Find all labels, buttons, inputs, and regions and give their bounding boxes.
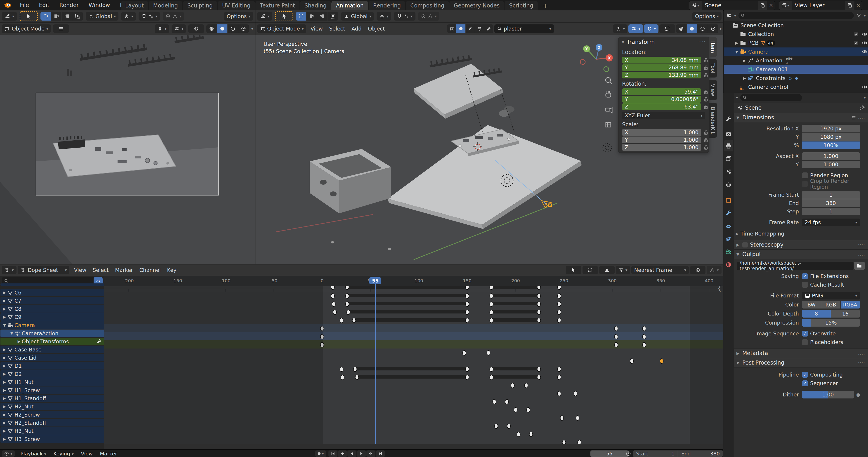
keyframe[interactable] [514, 407, 518, 413]
gizmos-dropdown[interactable]: ▾ [155, 24, 169, 33]
channel-row-object-transforms[interactable]: ▶Object Transforms [0, 338, 119, 345]
expander-icon[interactable]: ▶ [741, 58, 747, 63]
keyframe[interactable] [517, 432, 520, 437]
channel-row-d2[interactable]: ▶D2 [0, 370, 105, 378]
shading-rendered[interactable] [238, 24, 249, 33]
channel-row-h1-nut[interactable]: ▶H1_Nut [0, 378, 105, 386]
wrench-icon[interactable] [96, 339, 102, 344]
keyframe[interactable] [557, 391, 561, 396]
pin-icon[interactable] [860, 105, 865, 111]
workspace-tab-layout[interactable]: Layout [121, 1, 148, 10]
workspace-tab-geometry-nodes[interactable]: Geometry Nodes [450, 1, 504, 10]
select-mode-subtract[interactable] [317, 12, 328, 21]
lock-icon[interactable] [703, 137, 709, 143]
channel-row-h2-standoff[interactable]: ▶H2_Standoff [0, 419, 105, 426]
keyframe[interactable] [345, 302, 349, 307]
keyframe[interactable] [557, 302, 561, 307]
expander-icon[interactable]: ▶ [741, 76, 747, 81]
keyframe[interactable] [490, 310, 493, 315]
selectable-checkbox[interactable] [853, 40, 859, 46]
jump-to-start-button[interactable] [329, 451, 338, 457]
expander-icon[interactable]: ▶ [2, 404, 7, 408]
workspace-tab-modeling[interactable]: Modeling [149, 1, 182, 10]
lock-icon[interactable] [703, 96, 709, 102]
viewport-menu-add[interactable]: Add [348, 26, 365, 32]
xray-toggle[interactable]: ▾ [644, 24, 659, 33]
keyframe[interactable] [557, 367, 561, 372]
crop-region-checkbox[interactable] [802, 181, 808, 187]
keyframe[interactable] [578, 440, 581, 444]
lock-icon[interactable] [703, 65, 709, 70]
expander-icon[interactable]: ▶ [2, 291, 7, 295]
keyframe[interactable] [494, 424, 498, 429]
eye-icon[interactable] [862, 49, 868, 55]
gizmo-y-neg[interactable] [604, 67, 609, 72]
properties-tab-object[interactable] [724, 195, 733, 206]
keyframe[interactable] [505, 399, 509, 404]
lock-icon[interactable] [703, 57, 709, 63]
color-mode-bw[interactable]: BW [802, 301, 821, 308]
filter-world[interactable] [475, 24, 484, 33]
rotation-z-field[interactable]: Z-63.4° [622, 103, 701, 110]
shading-material[interactable] [698, 24, 708, 33]
expander-icon[interactable]: ▶ [2, 380, 7, 384]
keyframe[interactable] [537, 293, 541, 299]
output-path-field[interactable]: /home/mike/workspace...-test/render_anim… [737, 262, 854, 270]
keyframe[interactable] [507, 424, 511, 429]
current-frame-field[interactable]: 55 [590, 451, 628, 457]
proportional-edit-toggle[interactable] [690, 266, 706, 274]
file-format-dropdown[interactable]: PNG▾ [802, 292, 860, 300]
keyframe[interactable] [465, 367, 469, 372]
color-depth-16[interactable]: 16 [831, 310, 860, 317]
pivot-dropdown[interactable]: ▾ [377, 12, 391, 21]
channel-row-h2-screw[interactable]: ▶H2_Screw [0, 411, 105, 418]
sequencer-checkbox[interactable]: ✓ [802, 380, 808, 386]
outliner-row-scene-collection[interactable]: Scene Collection [724, 21, 868, 30]
expander-icon[interactable]: ▼ [734, 50, 740, 54]
location-y-field[interactable]: Y-268.89 mm [622, 64, 701, 71]
keyframe[interactable] [537, 310, 541, 315]
previous-keyframe-button[interactable] [338, 451, 347, 457]
filter-brush[interactable] [484, 24, 493, 33]
scene-new-button[interactable] [758, 1, 767, 10]
orientation-dropdown[interactable]: Global▾ [341, 12, 374, 21]
expander-icon[interactable]: ▼ [2, 323, 7, 327]
select-mode-set[interactable] [296, 12, 306, 21]
keyframe[interactable] [465, 293, 469, 299]
color-depth-8[interactable]: 8 [802, 310, 831, 317]
options-dropdown[interactable]: Options▾ [224, 12, 253, 21]
keyframe[interactable] [331, 293, 335, 299]
shading-popover-chevron[interactable]: ▾ [251, 27, 253, 31]
select-mode-extend[interactable] [307, 12, 317, 21]
workspace-tab-compositing[interactable]: Compositing [406, 1, 449, 10]
sidebar-tab-blenderkit[interactable]: BlenderKit [709, 102, 717, 138]
time-remapping-header[interactable]: Time Remapping [741, 231, 784, 237]
viewport-menu-select[interactable]: Select [326, 26, 348, 32]
keyframe[interactable] [511, 383, 515, 388]
shading-wireframe[interactable] [676, 24, 686, 33]
panel-dimensions-header[interactable]: ▼Dimensions :::: [734, 113, 868, 122]
keyframe[interactable] [537, 367, 541, 372]
keyframe[interactable] [340, 375, 344, 380]
keyframe[interactable] [643, 326, 646, 331]
eye-icon[interactable] [862, 84, 868, 90]
shading-wireframe[interactable] [206, 24, 217, 33]
stereoscopy-checkbox[interactable] [742, 242, 748, 247]
dope-menu-marker[interactable]: Marker [112, 267, 136, 273]
keyframe-selected[interactable] [660, 359, 664, 364]
region-toggle[interactable] [659, 24, 675, 33]
main-menu-render[interactable]: Render [55, 2, 83, 8]
outliner-row-animation[interactable]: ▶Animation◆▮◆◇ [724, 56, 868, 65]
file-extensions-checkbox[interactable]: ✓ [802, 273, 808, 279]
lock-icon[interactable] [703, 104, 709, 110]
expander-icon[interactable]: ▶ [2, 307, 7, 311]
options-dropdown[interactable]: Options▾ [692, 12, 721, 21]
pivot-dropdown[interactable]: ▾ [121, 12, 136, 21]
properties-tab-world[interactable] [724, 179, 733, 190]
lock-icon[interactable] [703, 72, 709, 78]
rotation-mode-dropdown[interactable]: XYZ Euler▾ [622, 112, 705, 119]
select-only-button[interactable] [566, 266, 581, 274]
properties-tab-output[interactable] [724, 140, 733, 151]
animate-dot[interactable]: ● [856, 392, 860, 397]
frame-end-field[interactable]: 380 [802, 199, 860, 207]
